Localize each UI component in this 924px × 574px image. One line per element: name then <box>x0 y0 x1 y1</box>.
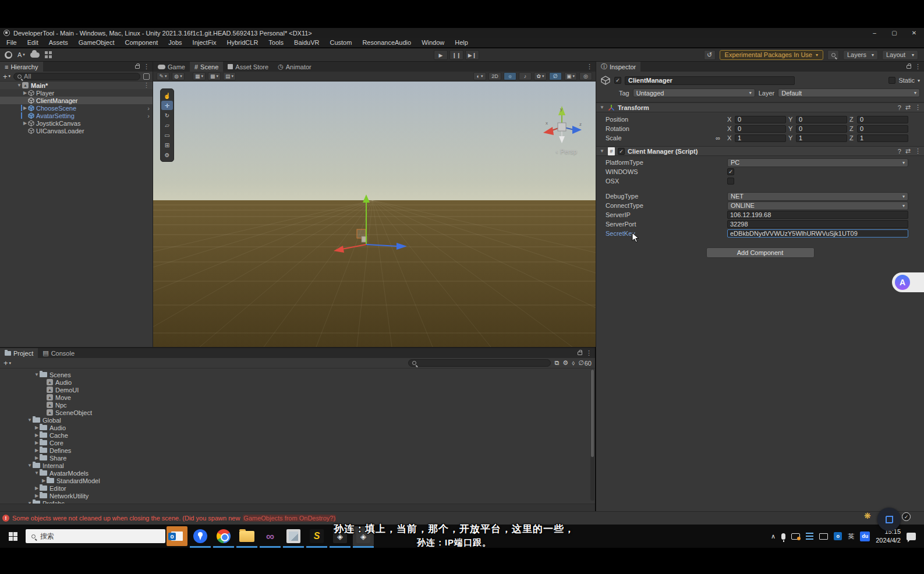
project-row[interactable]: ▼Prefabs <box>0 499 595 504</box>
project-row[interactable]: ▲DemoUI <box>0 386 595 394</box>
menu-tools[interactable]: Tools <box>263 38 289 47</box>
shading-mode-button[interactable]: ◐▾ <box>473 72 486 80</box>
project-row[interactable]: ▲Move <box>0 394 595 401</box>
create-button[interactable]: + ▾ <box>3 72 10 81</box>
hierarchy-row-prefab[interactable]: ▶ ChooseScene › <box>0 104 153 112</box>
create-button[interactable]: + ▾ <box>3 359 11 367</box>
foldout-icon[interactable]: ▶ <box>22 90 28 95</box>
kebab-menu-icon[interactable]: ⋮ <box>586 63 593 70</box>
scale-z-field[interactable]: 1 <box>857 134 908 142</box>
move-tool-icon[interactable]: ✛ <box>161 101 173 110</box>
menu-resonanceaudio[interactable]: ResonanceAudio <box>357 38 416 47</box>
menu-component[interactable]: Component <box>119 38 163 47</box>
project-row[interactable]: ▶Share <box>0 454 595 462</box>
camera-settings-button[interactable]: ▣▾ <box>564 72 577 80</box>
kebab-menu-icon[interactable]: ⋮ <box>915 104 921 111</box>
project-row[interactable]: ▼Scenes <box>0 371 595 378</box>
hidden-objects-button[interactable]: ∅ <box>549 72 562 80</box>
hand-tool-icon[interactable]: ☝ <box>161 91 173 100</box>
menu-custom[interactable]: Custom <box>324 38 357 47</box>
windows-checkbox[interactable]: ✓ <box>727 168 734 175</box>
static-checkbox[interactable] <box>888 77 895 84</box>
menu-gameobject[interactable]: GameObject <box>73 38 120 47</box>
foldout-icon[interactable]: ▼ <box>599 105 605 110</box>
pause-button[interactable]: ❙❙ <box>449 50 463 60</box>
presets-icon[interactable]: ⇄ <box>905 147 911 155</box>
scale-tool-icon[interactable]: ▱ <box>161 121 173 130</box>
position-z-field[interactable]: 0 <box>857 116 908 123</box>
menu-window[interactable]: Window <box>416 38 449 47</box>
confirm-check-button[interactable]: ✓ <box>902 512 911 521</box>
perspective-label[interactable]: ‹ Persp <box>556 148 577 155</box>
custom-tool-icon[interactable]: ⚙ <box>161 150 173 160</box>
tab-asset-store[interactable]: Asset Store <box>223 62 273 72</box>
menu-assets[interactable]: Assets <box>44 38 73 47</box>
grid-visibility-button[interactable]: ▦▾ <box>193 72 206 80</box>
serverport-field[interactable]: 32298 <box>727 220 908 228</box>
scrollbar[interactable] <box>590 370 594 501</box>
project-row[interactable]: ▲SceneObject <box>0 409 595 416</box>
menu-baiduvr[interactable]: BaiduVR <box>289 38 324 47</box>
tab-animator[interactable]: ◷ Animator <box>273 62 316 72</box>
menu-help[interactable]: Help <box>449 38 473 47</box>
project-search-input[interactable] <box>408 359 551 367</box>
serverip-field[interactable]: 106.12.199.68 <box>727 211 908 219</box>
tab-scene[interactable]: # Scene <box>190 62 223 72</box>
menu-hybridclr[interactable]: HybridCLR <box>222 38 264 47</box>
layers-dropdown[interactable]: Layers ▾ <box>843 50 878 60</box>
scale-y-field[interactable]: 1 <box>796 134 847 142</box>
link-scale-icon[interactable]: ∞ <box>716 134 720 141</box>
hierarchy-row-prefab[interactable]: AvatarSetting › <box>0 112 153 119</box>
firework-icon[interactable]: ❋ <box>864 511 871 520</box>
skybox-button[interactable]: ◍▾ <box>172 72 185 80</box>
project-row[interactable]: ▼AvatarModels <box>0 469 595 477</box>
minimize-button[interactable]: – <box>865 28 884 38</box>
search-button[interactable] <box>827 50 839 60</box>
help-icon[interactable]: ? <box>898 104 901 111</box>
layout-dropdown[interactable]: Layout ▾ <box>882 50 918 60</box>
lock-icon[interactable] <box>578 352 582 355</box>
foldout-icon[interactable]: ▼ <box>599 148 605 154</box>
draw-mode-button[interactable]: ✎▾ <box>157 72 169 80</box>
account-icon[interactable] <box>5 51 12 59</box>
hidden-objects-count[interactable]: ∅ 60 <box>578 359 592 367</box>
horizontal-scrollbar[interactable] <box>0 504 595 512</box>
menu-file[interactable]: File <box>1 38 22 47</box>
play-button[interactable]: ▶ <box>434 50 448 60</box>
close-button[interactable]: ✕ <box>904 28 924 38</box>
kebab-menu-icon[interactable]: ⋮ <box>143 82 150 89</box>
foldout-icon[interactable]: ▼ <box>16 83 22 88</box>
kebab-menu-icon[interactable]: ⋮ <box>915 63 921 70</box>
hierarchy-row-scene[interactable]: ▼ ▲ Main* ⋮ <box>0 82 153 89</box>
layer-dropdown[interactable]: Default ▾ <box>778 88 920 97</box>
audio-toggle-button[interactable]: ♪ <box>519 72 532 80</box>
scene-viewport[interactable]: ☝ ✛ ↻ ▱ ▭ ⊞ ⚙ x z y <box>153 82 596 347</box>
project-row[interactable]: ▶Editor <box>0 484 595 492</box>
position-y-field[interactable]: 0 <box>796 116 847 123</box>
transform-tool-icon[interactable]: ⊞ <box>161 140 173 150</box>
orientation-gizmo[interactable]: x z y <box>539 104 585 150</box>
tab-game[interactable]: Game <box>153 62 190 72</box>
rotation-y-field[interactable]: 0 <box>796 125 847 133</box>
transform-header[interactable]: ▼ Transform ? ⇄ ⋮ <box>596 102 924 112</box>
component-enabled-checkbox[interactable]: ✓ <box>618 148 625 155</box>
hierarchy-row-selected[interactable]: ClientManager <box>0 97 153 104</box>
rotation-x-field[interactable]: 0 <box>735 125 786 133</box>
project-row[interactable]: ▼Global <box>0 416 595 424</box>
maximize-button[interactable]: ▢ <box>884 28 904 38</box>
gizmos-button[interactable]: ◎ <box>579 72 592 80</box>
cloud-icon[interactable] <box>30 52 40 58</box>
scale-x-field[interactable]: 1 <box>735 134 786 142</box>
lock-icon[interactable] <box>907 65 911 69</box>
menu-edit[interactable]: Edit <box>22 38 44 47</box>
project-row[interactable]: ▶StandardModel <box>0 477 595 484</box>
prefab-open-arrow[interactable]: › <box>147 112 150 119</box>
snap-increment-button[interactable]: ▤▾ <box>223 72 236 80</box>
position-x-field[interactable]: 0 <box>735 116 786 123</box>
search-by-type-icon[interactable]: ⚙ <box>562 359 568 367</box>
debugtype-dropdown[interactable]: NET ▾ <box>727 192 908 201</box>
tab-console[interactable]: ▤ Console <box>38 348 79 358</box>
connecttype-dropdown[interactable]: ONLINE ▾ <box>727 201 908 210</box>
project-row[interactable]: ▶Cache <box>0 431 595 439</box>
rotation-z-field[interactable]: 0 <box>857 125 908 133</box>
